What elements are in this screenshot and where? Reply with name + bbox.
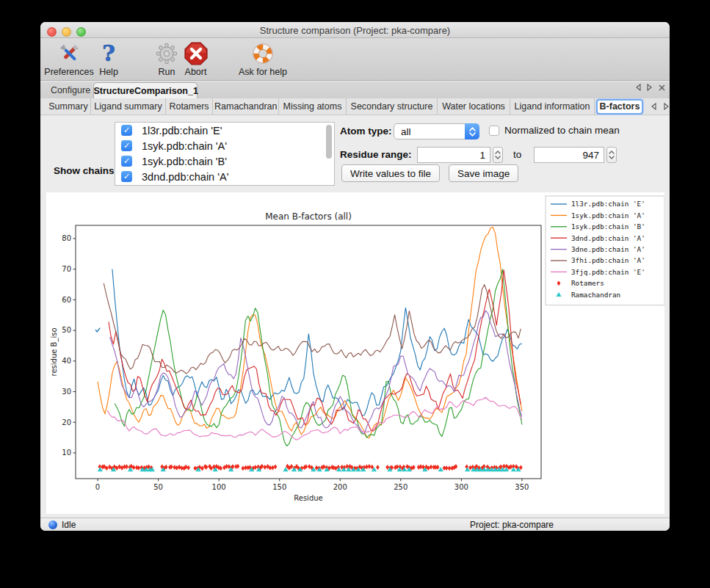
tab-prev-icon[interactable]	[635, 84, 641, 91]
chain-list-scrollbar[interactable]	[326, 124, 333, 184]
svg-text:70: 70	[62, 265, 71, 273]
svg-text:350: 350	[515, 483, 529, 491]
tab-structurecomparison_1[interactable]: StructureComparison_1	[93, 82, 198, 98]
save-image-button[interactable]: Save image	[449, 164, 518, 182]
svg-text:20: 20	[62, 418, 71, 427]
toolbar-item-help[interactable]: ?Help	[96, 41, 121, 77]
svg-text:Rotamers: Rotamers	[571, 279, 604, 287]
scrollbar-thumb[interactable]	[326, 125, 332, 159]
status-text: Idle	[62, 520, 76, 530]
bfactor-plot: Mean B-factors (all)10203040506070800501…	[46, 192, 664, 514]
show-chains-label: Show chains:	[54, 165, 117, 176]
subtab-ligand-summary[interactable]: Ligand summary	[91, 98, 166, 115]
app-window: Structure comparison (Project: pka-compa…	[40, 22, 670, 531]
svg-text:200: 200	[333, 483, 347, 491]
svg-text:residue B_iso: residue B_iso	[50, 327, 59, 376]
run-icon	[154, 41, 179, 66]
subtab-summary[interactable]: Summary	[46, 98, 91, 115]
atom-type-value: all	[394, 126, 465, 137]
svg-text:100: 100	[212, 483, 226, 491]
tab-next-icon[interactable]	[647, 84, 653, 91]
svg-text:1syk.pdb:chain 'B': 1syk.pdb:chain 'B'	[571, 222, 645, 231]
residue-range-label: Residue range:	[340, 149, 412, 160]
toolbar: Preferences ?Help Run Abort Ask for help	[40, 38, 670, 81]
dropdown-arrows-icon	[465, 123, 479, 139]
svg-text:60: 60	[62, 296, 71, 304]
write-values-button[interactable]: Write values to file	[341, 164, 440, 182]
svg-text:10: 10	[62, 449, 71, 457]
normalized-label: Normalized to chain mean	[504, 125, 620, 136]
subtab-b-factors[interactable]: B-factors	[596, 99, 643, 115]
toolbar-item-label: Run	[154, 67, 179, 77]
svg-text:3dnd.pdb:chain 'A': 3dnd.pdb:chain 'A'	[571, 234, 645, 242]
chain-checkbox[interactable]: ✓	[121, 171, 132, 182]
project-label: Project: pka-compare	[470, 520, 554, 530]
toolbar-item-label: Help	[96, 67, 121, 77]
svg-text:50: 50	[153, 483, 163, 491]
svg-text:150: 150	[272, 483, 286, 491]
abort-icon	[184, 41, 209, 66]
normalized-checkbox[interactable]	[489, 126, 499, 136]
subtab-secondary-structure[interactable]: Secondary structure	[347, 98, 438, 115]
lifebuoy-icon	[239, 41, 287, 66]
toolbar-item-abort[interactable]: Abort	[184, 41, 209, 77]
tab-close-icon[interactable]	[659, 84, 665, 91]
svg-text:1syk.pdb:chain 'A': 1syk.pdb:chain 'A'	[571, 211, 645, 219]
tab-configure[interactable]: Configure	[48, 82, 93, 98]
subtab-ligand-information[interactable]: Ligand information	[510, 98, 595, 115]
svg-text:Ramachandran: Ramachandran	[571, 291, 620, 299]
subtab-next-icon[interactable]	[664, 103, 670, 110]
status-indicator-icon	[48, 520, 57, 529]
svg-text:1l3r.pdb:chain 'E': 1l3r.pdb:chain 'E'	[571, 200, 645, 208]
main-tab-bar: ConfigureStructureComparison_1	[40, 81, 670, 98]
subtab-missing-atoms[interactable]: Missing atoms	[279, 98, 347, 115]
chain-label: 3dnd.pdb:chain 'A'	[142, 171, 228, 183]
svg-text:3fhi.pdb:chain 'A': 3fhi.pdb:chain 'A'	[571, 256, 645, 264]
to-label: to	[513, 149, 521, 160]
svg-text:Mean B-factors (all): Mean B-factors (all)	[265, 211, 352, 222]
svg-text:3dne.pdb:chain 'A': 3dne.pdb:chain 'A'	[571, 245, 645, 253]
chain-list[interactable]: ✓1l3r.pdb:chain 'E'✓1syk.pdb:chain 'A'✓1…	[115, 122, 335, 186]
toolbar-item-label: Preferences	[44, 67, 93, 77]
chain-list-item[interactable]: ✓3dnd.pdb:chain 'A'	[115, 169, 334, 184]
toolbar-item-ask-for-help[interactable]: Ask for help	[239, 41, 287, 77]
chain-list-item[interactable]: ✓1syk.pdb:chain 'B'	[115, 153, 334, 169]
toolbar-item-label: Ask for help	[239, 67, 287, 77]
residue-from-stepper[interactable]	[493, 147, 503, 163]
residue-to-stepper[interactable]	[606, 147, 617, 163]
atom-type-label: Atom type:	[340, 126, 392, 137]
svg-text:3fjq.pdb:chain 'E': 3fjq.pdb:chain 'E'	[571, 268, 645, 276]
atom-type-select[interactable]: all	[394, 123, 479, 139]
svg-text:30: 30	[62, 388, 71, 396]
svg-text:?: ?	[102, 41, 115, 66]
residue-to-input[interactable]	[534, 147, 604, 163]
subtab-ramachandran[interactable]: Ramachandran	[213, 98, 279, 115]
chain-checkbox[interactable]: ✓	[121, 156, 132, 167]
svg-text:0: 0	[95, 483, 100, 491]
toolbar-item-run[interactable]: Run	[154, 41, 179, 77]
residue-from-input[interactable]	[417, 147, 490, 163]
help-icon: ?	[96, 41, 121, 66]
window-title: Structure comparison (Project: pka-compa…	[40, 25, 670, 36]
preferences-icon	[44, 41, 93, 66]
bfactor-controls: Show chains: ✓1l3r.pdb:chain 'E'✓1syk.pd…	[40, 115, 670, 192]
toolbar-item-label: Abort	[184, 67, 209, 77]
svg-text:40: 40	[62, 357, 71, 365]
svg-text:80: 80	[62, 234, 71, 242]
chain-checkbox[interactable]: ✓	[121, 140, 132, 151]
chain-list-item[interactable]: ✓1l3r.pdb:chain 'E'	[115, 123, 334, 138]
subtab-prev-icon[interactable]	[651, 103, 656, 110]
svg-text:50: 50	[62, 326, 71, 334]
chain-label: 1syk.pdb:chain 'B'	[142, 156, 227, 167]
chain-label: 1l3r.pdb:chain 'E'	[142, 125, 222, 137]
titlebar: Structure comparison (Project: pka-compa…	[40, 22, 670, 38]
chain-checkbox[interactable]: ✓	[121, 125, 132, 136]
bfactor-chart-panel: Mean B-factors (all)10203040506070800501…	[46, 192, 664, 514]
chain-label: 1syk.pdb:chain 'A'	[142, 140, 227, 152]
toolbar-item-preferences[interactable]: Preferences	[44, 41, 93, 77]
statusbar: Idle Project: pka-compare	[40, 518, 670, 531]
svg-text:Residue: Residue	[294, 494, 322, 502]
chain-list-item[interactable]: ✓1syk.pdb:chain 'A'	[115, 138, 334, 153]
subtab-rotamers[interactable]: Rotamers	[166, 98, 213, 115]
subtab-water-locations[interactable]: Water locations	[438, 98, 510, 115]
